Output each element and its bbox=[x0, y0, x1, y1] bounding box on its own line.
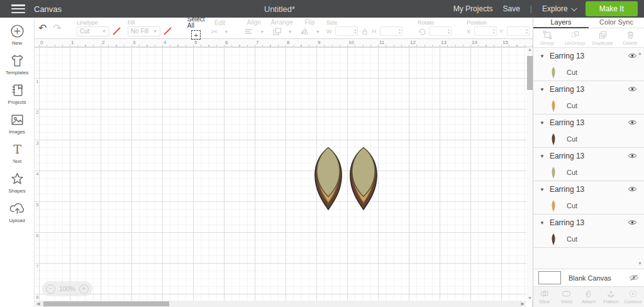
collapse-arrow-icon[interactable]: ▼ bbox=[540, 220, 545, 226]
ruler-number: 8 bbox=[287, 40, 289, 45]
layer-group-header[interactable]: ▼ Earring 13 bbox=[533, 215, 644, 231]
collapse-arrow-icon[interactable]: ▼ bbox=[540, 187, 545, 193]
flip-button[interactable]: Flip ▼ bbox=[299, 20, 320, 36]
layer-group-header[interactable]: ▼ Earring 13 bbox=[533, 114, 644, 131]
scroll-left-arrow-icon[interactable]: ◀ bbox=[36, 301, 40, 307]
layer-item[interactable]: Cut bbox=[533, 164, 644, 181]
layer-visibility-eye-icon[interactable] bbox=[628, 120, 638, 125]
width-input[interactable]: ▲▼ bbox=[335, 26, 358, 36]
layer-linetype-label: Cut bbox=[567, 135, 577, 143]
scroll-right-arrow-icon[interactable]: ▶ bbox=[521, 301, 525, 307]
align-button[interactable]: Align ▼ bbox=[243, 20, 264, 36]
linetype-select[interactable]: Cut▼ bbox=[77, 26, 109, 36]
canvas-background-swatch[interactable] bbox=[538, 271, 561, 284]
layer-visibility-eye-icon[interactable] bbox=[628, 186, 638, 192]
layer-item[interactable]: Cut bbox=[533, 98, 644, 114]
list-scroll-up-icon[interactable]: ▲ bbox=[638, 51, 642, 55]
save-link[interactable]: Save bbox=[502, 4, 519, 13]
layer-item[interactable]: Cut bbox=[533, 198, 644, 214]
linetype-color-swatch[interactable] bbox=[112, 26, 121, 36]
zoom-out-button[interactable]: − bbox=[46, 284, 55, 294]
layer-group-name: Earring 13 bbox=[550, 52, 628, 60]
fill-select[interactable]: No Fill▼ bbox=[128, 26, 160, 36]
lock-aspect-icon[interactable] bbox=[360, 27, 369, 36]
tab-layers[interactable]: Layers bbox=[533, 18, 589, 28]
rotate-input[interactable]: ▲▼ bbox=[429, 26, 452, 36]
duplicate-button[interactable]: Duplicate bbox=[589, 30, 616, 46]
menu-hamburger-icon[interactable] bbox=[11, 4, 25, 13]
sidebar-item-projects[interactable]: Projects bbox=[0, 82, 34, 105]
attach-button[interactable]: Attach bbox=[577, 289, 599, 304]
layer-visibility-eye-icon[interactable] bbox=[628, 153, 638, 159]
sidebar-item-shapes[interactable]: Shapes bbox=[0, 171, 34, 194]
zoom-in-button[interactable]: + bbox=[79, 284, 89, 294]
sidebar-item-upload[interactable]: Upload bbox=[0, 201, 34, 223]
stepper-icon[interactable]: ▲▼ bbox=[398, 28, 401, 35]
redo-button[interactable]: ↷ bbox=[53, 23, 61, 33]
edit-toolbar: ↶ ↷ Linetype Cut▼ Fill No Fill▼ Select A… bbox=[35, 18, 533, 39]
tab-color-sync[interactable]: Color Sync bbox=[589, 18, 644, 28]
fill-color-swatch[interactable] bbox=[163, 26, 172, 36]
horizontal-scroll-thumb[interactable] bbox=[43, 301, 169, 306]
layer-visibility-eye-icon[interactable] bbox=[628, 53, 638, 59]
flatten-button[interactable]: Flatten bbox=[600, 289, 622, 304]
layer-group: ▼ Earring 13 Cut bbox=[533, 81, 644, 114]
collapse-arrow-icon[interactable]: ▼ bbox=[540, 53, 545, 59]
layer-item[interactable]: Cut bbox=[533, 131, 644, 147]
edit-menu-button[interactable]: Edit ✂▼ bbox=[211, 20, 229, 36]
select-all-button[interactable]: Select All + bbox=[187, 16, 205, 40]
layer-group-header[interactable]: ▼ Earring 13 bbox=[533, 181, 644, 198]
layer-group-header[interactable]: ▼ Earring 13 bbox=[533, 81, 644, 98]
stepper-icon[interactable]: ▲▼ bbox=[525, 28, 528, 35]
my-projects-link[interactable]: My Projects bbox=[453, 4, 493, 13]
sidebar-item-images[interactable]: Images bbox=[0, 112, 34, 135]
stepper-icon[interactable]: ▲▼ bbox=[492, 28, 496, 35]
delete-button[interactable]: Delete bbox=[616, 30, 644, 46]
ungroup-button[interactable]: UnGroup bbox=[561, 30, 589, 46]
contour-button[interactable]: Contour bbox=[622, 289, 644, 304]
layer-thumbnail-leaf-icon bbox=[550, 99, 557, 113]
stepper-icon[interactable]: ▲▼ bbox=[353, 28, 357, 35]
earring-right[interactable] bbox=[350, 148, 377, 210]
sidebar-item-text[interactable]: T Text bbox=[0, 142, 34, 164]
explore-menu[interactable]: Explore bbox=[542, 4, 575, 13]
flip-mirror-icon bbox=[299, 26, 309, 36]
position-x-input[interactable]: ▲▼ bbox=[474, 26, 497, 36]
sidebar-item-templates[interactable]: Templates bbox=[0, 53, 34, 75]
arrange-button[interactable]: Arrange ▼ bbox=[270, 20, 293, 36]
chevron-down-icon: ▼ bbox=[260, 30, 264, 34]
weld-button[interactable]: Weld bbox=[555, 289, 577, 304]
make-it-button[interactable]: Make It bbox=[586, 1, 638, 16]
scissors-icon: ✂ bbox=[211, 27, 218, 36]
earrings-artwork[interactable] bbox=[312, 147, 379, 211]
paperclip-icon bbox=[584, 289, 594, 298]
earring-left[interactable] bbox=[315, 148, 341, 210]
design-canvas[interactable]: 012345678910111213141516 12345678 − 100%… bbox=[35, 39, 533, 307]
height-input[interactable]: ▲▼ bbox=[380, 26, 402, 36]
layer-item[interactable]: Cut bbox=[533, 64, 644, 81]
undo-button[interactable]: ↶ bbox=[38, 23, 47, 33]
horizontal-scrollbar[interactable]: ◀ ▶ bbox=[35, 301, 526, 307]
layer-group-name: Earring 13 bbox=[550, 85, 628, 94]
slice-button[interactable]: Slice bbox=[533, 289, 555, 304]
collapse-arrow-icon[interactable]: ▼ bbox=[540, 154, 545, 159]
scroll-down-arrow-icon[interactable]: ▼ bbox=[528, 296, 532, 300]
position-y-input[interactable]: ▲▼ bbox=[507, 26, 530, 36]
layer-group-header[interactable]: ▼ Earring 13 bbox=[533, 48, 644, 64]
layer-visibility-eye-icon[interactable] bbox=[628, 220, 638, 225]
layer-visibility-eye-icon[interactable] bbox=[628, 86, 638, 92]
group-button[interactable]: Group bbox=[533, 30, 561, 46]
vertical-scrollbar[interactable]: ▲ ▼ bbox=[527, 47, 533, 300]
collapse-arrow-icon[interactable]: ▼ bbox=[540, 87, 545, 92]
document-title[interactable]: Untitled* bbox=[264, 0, 295, 18]
layer-item[interactable]: Cut bbox=[533, 231, 644, 247]
list-scroll-down-icon[interactable]: ▼ bbox=[638, 261, 642, 265]
vertical-scroll-thumb[interactable] bbox=[527, 56, 533, 90]
canvas-visibility-eye-off-icon[interactable] bbox=[629, 274, 639, 281]
scroll-up-arrow-icon[interactable]: ▲ bbox=[528, 47, 532, 52]
sidebar-item-new[interactable]: New bbox=[0, 23, 34, 46]
layer-group-header[interactable]: ▼ Earring 13 bbox=[533, 148, 644, 164]
collapse-arrow-icon[interactable]: ▼ bbox=[540, 120, 545, 126]
stepper-icon[interactable]: ▲▼ bbox=[447, 28, 450, 35]
chevron-down-icon: ▼ bbox=[316, 30, 320, 34]
